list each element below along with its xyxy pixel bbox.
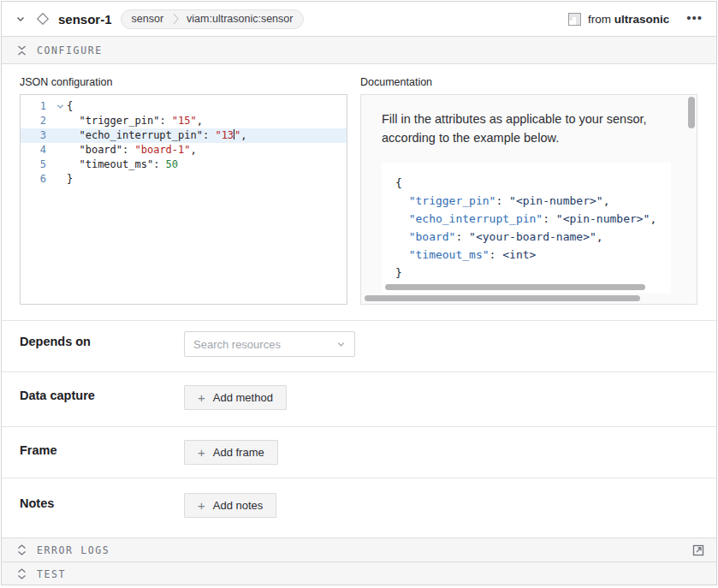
from-label: from (588, 13, 611, 26)
doc-code-line: "echo_interrupt_pin": "<pin-number>", (395, 210, 657, 228)
module-name: ultrasonic (614, 13, 670, 26)
add-frame-button-label: Add frame (213, 446, 264, 459)
line-number: 2 (21, 114, 53, 128)
json-config-label: JSON configuration (20, 76, 347, 88)
fold-gutter (53, 128, 67, 143)
code-horizontal-scrollbar[interactable] (385, 284, 645, 290)
doc-horizontal-scrollbar[interactable] (365, 295, 640, 301)
code-text: } (67, 172, 73, 187)
depends-on-placeholder: Search resources (193, 338, 336, 351)
doc-code-line: "trigger_pin": "<pin-number>", (395, 192, 657, 210)
documentation-intro: Fill in the attributes as applicable to … (382, 110, 666, 148)
collapse-section-icon[interactable] (17, 45, 27, 56)
line-number: 4 (21, 143, 53, 157)
fold-gutter (53, 157, 67, 172)
editor-line[interactable]: 2 "trigger_pin": "15", (21, 114, 347, 128)
component-card: sensor-1 sensor viam:ultrasonic:sensor f… (1, 1, 717, 585)
fold-gutter (53, 143, 67, 157)
configure-section-label: CONFIGURE (37, 45, 103, 56)
component-name: sensor-1 (58, 12, 112, 27)
open-external-icon[interactable] (692, 544, 704, 556)
doc-code-line: "timeout_ms": <int> (395, 246, 657, 264)
module-icon (568, 13, 581, 26)
code-text: "board": "board-1", (67, 143, 197, 157)
configure-content: JSON configuration 1{2 "trigger_pin": "1… (2, 64, 716, 320)
frame-row: Frame + Add frame (2, 426, 716, 478)
editor-line[interactable]: 6} (21, 172, 347, 187)
code-text: "echo_interrupt_pin": "13", (67, 128, 247, 143)
chevron-down-icon (336, 340, 346, 349)
data-capture-label: Data capture (20, 389, 184, 426)
chevron-right-icon (172, 11, 180, 27)
component-type-badge: sensor (122, 13, 173, 25)
editor-line[interactable]: 3 "echo_interrupt_pin": "13", (21, 128, 347, 143)
depends-on-label: Depends on (20, 335, 184, 371)
expand-section-icon[interactable] (17, 568, 27, 579)
doc-vertical-scrollbar[interactable] (688, 97, 695, 128)
line-number: 1 (21, 99, 53, 114)
error-logs-section-bar[interactable]: ERROR LOGS (2, 538, 716, 561)
depends-on-row: Depends on Search resources (2, 320, 716, 371)
plus-icon: + (198, 391, 205, 404)
test-section-bar[interactable]: TEST (2, 561, 716, 585)
notes-label: Notes (20, 496, 184, 538)
documentation-label: Documentation (360, 76, 697, 88)
fold-gutter (53, 114, 67, 128)
code-text: { (67, 99, 73, 114)
code-text: "timeout_ms": 50 (67, 157, 178, 172)
notes-row: Notes + Add notes (2, 478, 716, 538)
line-number: 5 (21, 157, 53, 172)
json-config-editor[interactable]: 1{2 "trigger_pin": "15",3 "echo_interrup… (20, 94, 347, 305)
add-notes-button-label: Add notes (213, 499, 264, 512)
line-number: 6 (21, 172, 53, 187)
plus-icon: + (198, 446, 205, 459)
sensor-diamond-icon (36, 12, 50, 26)
documentation-code-example: { "trigger_pin": "<pin-number>", "echo_i… (382, 163, 671, 293)
add-frame-button[interactable]: + Add frame (184, 440, 278, 465)
collapse-chevron-icon[interactable] (15, 14, 26, 24)
add-method-button-label: Add method (213, 391, 273, 404)
component-type-breadcrumb: sensor viam:ultrasonic:sensor (121, 9, 305, 29)
doc-code-line: } (395, 264, 657, 282)
plus-icon: + (198, 499, 205, 512)
fold-gutter (53, 172, 67, 187)
add-notes-button[interactable]: + Add notes (184, 493, 276, 518)
doc-code-line: { (395, 174, 657, 192)
component-header: sensor-1 sensor viam:ultrasonic:sensor f… (2, 2, 716, 36)
configure-section-bar[interactable]: CONFIGURE (2, 36, 716, 64)
frame-label: Frame (20, 443, 184, 478)
test-section-label: TEST (37, 568, 66, 580)
ellipsis-menu-icon[interactable]: ••• (685, 9, 704, 29)
component-model-badge: viam:ultrasonic:sensor (180, 13, 303, 25)
editor-line[interactable]: 4 "board": "board-1", (21, 143, 347, 157)
add-method-button[interactable]: + Add method (184, 385, 287, 410)
fold-chevron-icon[interactable] (53, 99, 67, 114)
depends-on-select[interactable]: Search resources (184, 331, 355, 357)
module-source: from ultrasonic (568, 13, 669, 26)
data-capture-row: Data capture + Add method (2, 371, 716, 426)
editor-line[interactable]: 5 "timeout_ms": 50 (21, 157, 347, 172)
documentation-panel: Fill in the attributes as applicable to … (360, 94, 697, 305)
code-text: "trigger_pin": "15", (67, 114, 203, 128)
editor-line[interactable]: 1{ (21, 99, 347, 114)
expand-section-icon[interactable] (17, 544, 27, 555)
error-logs-section-label: ERROR LOGS (37, 544, 110, 556)
doc-code-line: "board": "<your-board-name>", (395, 228, 657, 246)
line-number: 3 (21, 128, 53, 143)
